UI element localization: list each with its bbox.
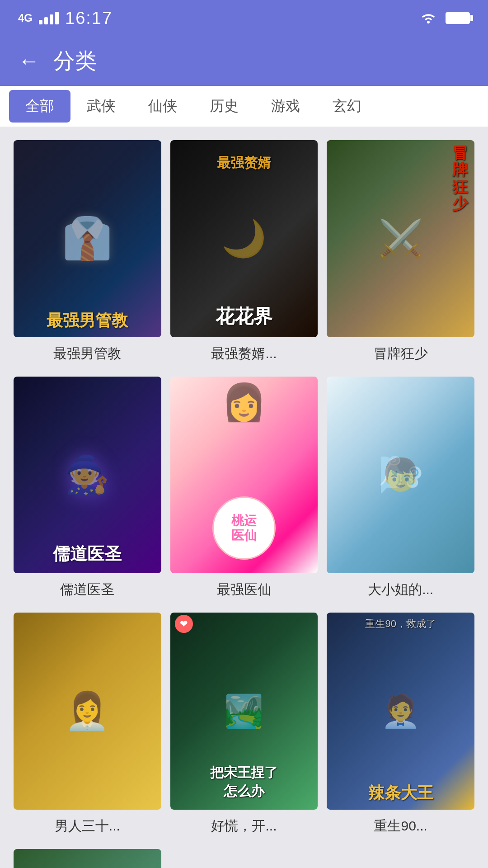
list-item[interactable]: 👩 桃运医仙 最强医仙: [170, 377, 318, 599]
tab-wuxia[interactable]: 武侠: [70, 90, 132, 123]
book-grid: 👔 最强男管教 最强男管教 🌙 最强赘婿 花花界 最强赘婿... ⚔️ 冒牌狂少: [0, 127, 488, 835]
book-cover: 👩‍💼: [14, 613, 161, 810]
book-cover: 🌙 最强赘婿 花花界: [170, 140, 318, 337]
bottom-partial-grid: 🧑‍🤝‍🧑 Ea: [0, 835, 488, 868]
status-bar: 4G 16:17: [0, 0, 488, 36]
book-title: 最强赘婿...: [170, 344, 318, 363]
battery-icon: [446, 12, 470, 24]
book-title: 最强医仙: [170, 580, 318, 599]
book-cover: 👔 最强男管教: [14, 140, 161, 337]
back-button[interactable]: ←: [18, 50, 40, 72]
book-cover: 🧙 儒道医圣: [14, 377, 161, 574]
tab-history[interactable]: 历史: [193, 90, 255, 123]
status-time: 16:17: [65, 9, 113, 28]
tab-all[interactable]: 全部: [9, 90, 70, 123]
tab-game[interactable]: 游戏: [255, 90, 316, 123]
header: ← 分类: [0, 36, 488, 86]
book-cover-partial: 🧑‍🤝‍🧑: [14, 849, 161, 868]
book-title: 最强男管教: [14, 344, 161, 363]
list-item[interactable]: ⚔️ 冒牌狂少 冒牌狂少: [327, 140, 474, 363]
book-cover: 🧑‍💼 重生9​0，救成了 辣条大王: [327, 613, 474, 810]
list-item[interactable]: 👔 最强男管教 最强男管教: [14, 140, 161, 363]
status-left: 4G 16:17: [18, 9, 113, 28]
tab-xuanhuan[interactable]: 玄幻: [316, 90, 378, 123]
wifi-icon: [420, 12, 436, 24]
book-title: 重生90...: [327, 817, 474, 835]
svg-point-0: [427, 21, 430, 24]
list-item[interactable]: 🌙 最强赘婿 花花界 最强赘婿...: [170, 140, 318, 363]
book-title: 儒道医圣: [14, 580, 161, 599]
book-title: 冒牌狂少: [327, 344, 474, 363]
book-cover: ⚔️ 冒牌狂少: [327, 140, 474, 337]
list-item[interactable]: ❤ 🏞️ 把宋王捏了怎么办 好慌，开...: [170, 613, 318, 835]
book-title: 大小姐的...: [327, 580, 474, 599]
category-tabs: 全部 武侠 仙侠 历史 游戏 玄幻: [0, 86, 488, 127]
tab-xianxia[interactable]: 仙侠: [132, 90, 193, 123]
book-cover: 👩 桃运医仙: [170, 377, 318, 574]
page-title: 分类: [53, 47, 97, 75]
list-item[interactable]: 👩‍💼 男人三十...: [14, 613, 161, 835]
book-title: 好慌，开...: [170, 817, 318, 835]
network-type-label: 4G: [18, 12, 33, 24]
book-cover: 🌬️ 👦: [327, 377, 474, 574]
book-cover: ❤ 🏞️ 把宋王捏了怎么办: [170, 613, 318, 810]
list-item[interactable]: 🧑‍💼 重生9​0，救成了 辣条大王 重生90...: [327, 613, 474, 835]
status-right: [420, 12, 470, 24]
list-item[interactable]: 🧑‍🤝‍🧑 Ea: [14, 849, 161, 868]
book-title: 男人三十...: [14, 817, 161, 835]
signal-bars-icon: [39, 12, 59, 24]
list-item[interactable]: 🌬️ 👦 大小姐的...: [327, 377, 474, 599]
list-item[interactable]: 🧙 儒道医圣 儒道医圣: [14, 377, 161, 599]
